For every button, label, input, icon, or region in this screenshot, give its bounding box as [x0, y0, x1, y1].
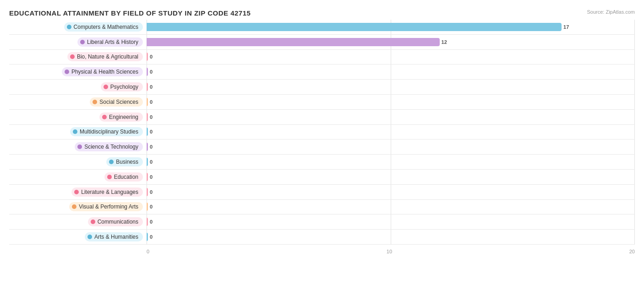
bar-label-text: Literature & Languages: [81, 189, 138, 195]
bar-value-label: 0: [150, 84, 153, 90]
bar-label-text: Business: [116, 159, 138, 165]
bar-fill: [147, 68, 148, 76]
label-pill: Liberal Arts & History: [77, 37, 143, 47]
bar-label-text: Engineering: [109, 114, 138, 120]
bars-container: Computers & Mathematics17Liberal Arts & …: [9, 20, 635, 245]
bar-value-label: 0: [150, 159, 153, 165]
bar-track: 0: [147, 110, 635, 124]
chart-area: Computers & Mathematics17Liberal Arts & …: [9, 20, 635, 258]
label-pill: Communications: [88, 217, 143, 226]
label-pill: Psychology: [101, 82, 143, 91]
label-dot: [70, 54, 75, 59]
bar-track: 0: [147, 80, 635, 94]
label-dot: [109, 160, 114, 164]
bar-value-label: 0: [150, 144, 153, 150]
bar-label-container: Literature & Languages: [9, 187, 147, 197]
bar-track: 0: [147, 95, 635, 109]
bar-row: Multidisciplinary Studies0: [9, 125, 635, 140]
bar-label-text: Bio, Nature & Agricultural: [77, 54, 138, 60]
bar-fill: [147, 113, 148, 121]
bar-value-label: 0: [150, 69, 153, 75]
bar-value-label: 0: [150, 174, 153, 180]
label-dot: [65, 70, 69, 74]
bar-track: 0: [147, 50, 635, 64]
bar-fill: [147, 53, 148, 61]
label-pill: Arts & Humanities: [85, 232, 143, 241]
bar-value-label: 0: [150, 234, 153, 240]
bar-label-text: Social Sciences: [99, 99, 138, 105]
label-pill: Education: [104, 172, 143, 182]
label-pill: Social Sciences: [90, 97, 143, 107]
label-dot: [67, 25, 71, 29]
bar-label-container: Bio, Nature & Agricultural: [9, 52, 147, 61]
bar-track: 0: [147, 139, 635, 154]
bar-label-text: Education: [114, 174, 138, 180]
bar-row: Physical & Health Sciences0: [9, 64, 635, 80]
bar-value-label: 0: [150, 219, 153, 225]
bar-track: 0: [147, 170, 635, 184]
label-pill: Multidisciplinary Studies: [70, 127, 143, 136]
bar-row: Bio, Nature & Agricultural0: [9, 50, 635, 65]
label-pill: Science & Technology: [75, 142, 143, 151]
bar-row: Communications0: [9, 214, 635, 230]
bar-track: 0: [147, 64, 635, 79]
bar-row: Engineering0: [9, 110, 635, 125]
bar-value-label: 0: [150, 99, 153, 105]
bar-label-container: Science & Technology: [9, 142, 147, 151]
chart-title: EDUCATIONAL ATTAINMENT BY FIELD OF STUDY…: [9, 9, 635, 17]
x-axis-label: 10: [387, 249, 392, 254]
bar-row: Computers & Mathematics17: [9, 20, 635, 35]
bar-value-label: 0: [150, 189, 153, 195]
bar-track: 0: [147, 230, 635, 244]
bar-track: 0: [147, 185, 635, 199]
bar-label-text: Multidisciplinary Studies: [80, 128, 138, 135]
bar-label-text: Psychology: [110, 84, 138, 90]
bar-label-text: Liberal Arts & History: [87, 39, 138, 45]
bar-fill: [147, 173, 148, 181]
bar-row: Social Sciences0: [9, 95, 635, 110]
label-pill: Literature & Languages: [71, 187, 143, 197]
bar-fill: [147, 188, 148, 196]
bar-label-container: Liberal Arts & History: [9, 37, 147, 47]
bar-label-container: Communications: [9, 217, 147, 226]
bar-track: 0: [147, 125, 635, 139]
label-dot: [107, 175, 112, 179]
label-dot: [102, 115, 107, 119]
label-dot: [74, 190, 79, 194]
bar-fill: [147, 98, 148, 106]
label-pill: Visual & Performing Arts: [69, 202, 143, 211]
bar-label-container: Arts & Humanities: [9, 232, 147, 241]
chart-container: EDUCATIONAL ATTAINMENT BY FIELD OF STUDY…: [0, 0, 644, 289]
bar-fill: [147, 203, 148, 211]
bar-fill: [147, 143, 148, 151]
bar-fill: [147, 128, 148, 136]
bar-fill: [147, 83, 148, 91]
bar-label-text: Computers & Mathematics: [74, 24, 138, 30]
bar-row: Liberal Arts & History12: [9, 35, 635, 50]
bar-row: Science & Technology0: [9, 139, 635, 155]
bar-track: 0: [147, 155, 635, 169]
bar-value-label: 0: [150, 204, 153, 209]
bar-track: 0: [147, 214, 635, 229]
label-dot: [80, 40, 85, 44]
bar-label-container: Business: [9, 157, 147, 166]
label-dot: [104, 85, 108, 89]
bar-fill: [147, 218, 148, 226]
bar-fill: [147, 38, 440, 46]
bar-label-container: Psychology: [9, 82, 147, 91]
bar-label-container: Computers & Mathematics: [9, 22, 147, 32]
bar-row: Literature & Languages0: [9, 185, 635, 200]
bar-value-label: 0: [150, 54, 153, 59]
bar-label-text: Communications: [98, 219, 138, 225]
bar-label-text: Science & Technology: [84, 144, 138, 150]
bar-row: Education0: [9, 170, 635, 185]
label-pill: Engineering: [99, 112, 143, 122]
bar-fill: [147, 23, 562, 31]
bar-value-label: 17: [563, 24, 569, 30]
source-label: Source: ZipAtlas.com: [587, 9, 635, 15]
bar-row: Visual & Performing Arts0: [9, 200, 635, 215]
bar-label-container: Engineering: [9, 112, 147, 122]
bar-fill: [147, 158, 148, 166]
bar-label-text: Visual & Performing Arts: [79, 203, 138, 210]
bar-track: 17: [147, 20, 635, 34]
